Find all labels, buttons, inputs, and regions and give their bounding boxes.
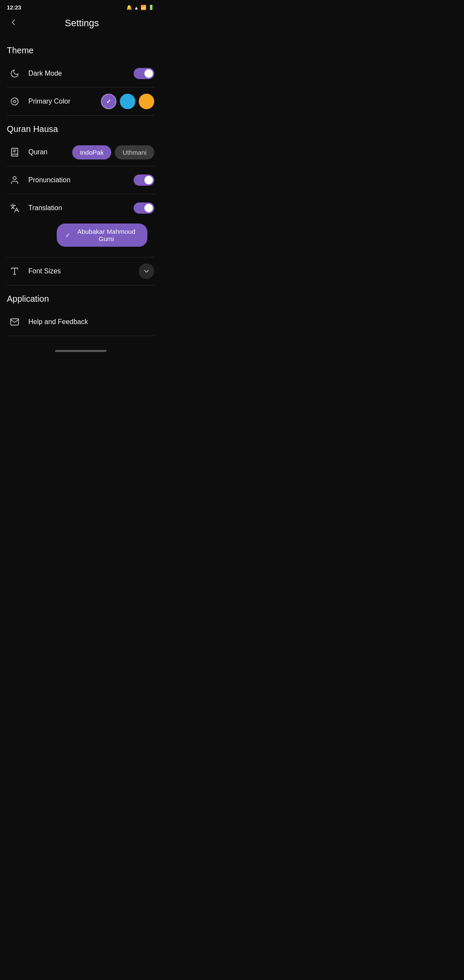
translation-label: Translation bbox=[28, 204, 134, 212]
header: Settings bbox=[0, 12, 161, 37]
wifi-icon: ▲ bbox=[134, 5, 139, 10]
pronunciation-toggle-container bbox=[134, 175, 154, 186]
translation-toggle-container bbox=[134, 202, 154, 214]
dark-mode-toggle[interactable] bbox=[134, 68, 154, 79]
svg-point-1 bbox=[13, 100, 16, 103]
translation-toggle[interactable] bbox=[134, 202, 154, 214]
home-indicator bbox=[0, 345, 161, 355]
help-feedback-label: Help and Feedback bbox=[28, 318, 154, 326]
translation-row[interactable]: Translation bbox=[0, 194, 161, 222]
primary-color-label: Primary Color bbox=[28, 98, 101, 105]
dark-mode-icon bbox=[7, 66, 22, 81]
status-icons: 🔔 ▲ 📶 🔋 bbox=[126, 5, 154, 10]
home-bar bbox=[55, 350, 107, 352]
quran-label: Quran bbox=[28, 148, 72, 156]
font-sizes-right bbox=[139, 263, 154, 279]
battery-icon: 🔋 bbox=[148, 5, 154, 10]
quran-icon bbox=[7, 144, 22, 160]
page-title: Settings bbox=[23, 18, 140, 29]
quran-btn-uthmani[interactable]: Uthmani bbox=[115, 145, 154, 159]
back-button[interactable] bbox=[7, 16, 20, 30]
primary-color-row[interactable]: Primary Color ✓ bbox=[0, 88, 161, 115]
quran-btn-indopak[interactable]: IndoPak bbox=[72, 145, 111, 159]
pronunciation-label: Pronunciation bbox=[28, 176, 134, 184]
dark-mode-label: Dark Mode bbox=[28, 70, 134, 77]
signal-icon: 📶 bbox=[140, 5, 147, 10]
color-circle-purple[interactable]: ✓ bbox=[101, 94, 116, 109]
font-size-dropdown-button[interactable] bbox=[139, 263, 154, 279]
primary-color-icon bbox=[7, 94, 22, 109]
translation-name: Abubakar Mahmoud Gumi bbox=[74, 228, 139, 242]
color-circle-blue[interactable] bbox=[120, 94, 135, 109]
main-content: Theme Dark Mode Primary Color ✓ bbox=[0, 37, 161, 345]
theme-section-label: Theme bbox=[0, 37, 161, 60]
quran-row[interactable]: Quran IndoPak Uthmani bbox=[0, 138, 161, 166]
font-sizes-row[interactable]: Font Sizes bbox=[0, 257, 161, 285]
pronunciation-icon bbox=[7, 172, 22, 188]
color-check-purple: ✓ bbox=[106, 98, 111, 105]
back-arrow-icon bbox=[9, 18, 18, 27]
quran-hausa-section-label: Quran Hausa bbox=[0, 116, 161, 138]
color-circles-container: ✓ bbox=[101, 94, 154, 109]
translation-check-icon: ✓ bbox=[65, 232, 70, 239]
quran-buttons-container: IndoPak Uthmani bbox=[72, 145, 154, 159]
svg-point-4 bbox=[13, 177, 16, 180]
help-feedback-row[interactable]: Help and Feedback bbox=[0, 308, 161, 336]
font-sizes-icon bbox=[7, 263, 22, 279]
translation-selector-button[interactable]: ✓ Abubakar Mahmoud Gumi bbox=[57, 224, 147, 247]
help-feedback-icon bbox=[7, 314, 22, 330]
chevron-down-icon bbox=[143, 267, 150, 275]
pronunciation-row[interactable]: Pronunciation bbox=[0, 166, 161, 194]
translation-icon bbox=[7, 200, 22, 216]
dark-mode-toggle-container bbox=[134, 68, 154, 79]
notification-icon: 🔔 bbox=[126, 5, 132, 10]
application-section-label: Application bbox=[0, 285, 161, 308]
status-time: 12:23 bbox=[7, 4, 21, 11]
dark-mode-row[interactable]: Dark Mode bbox=[0, 60, 161, 87]
pronunciation-toggle[interactable] bbox=[134, 175, 154, 186]
font-sizes-label: Font Sizes bbox=[28, 267, 139, 275]
translation-selection-container: ✓ Abubakar Mahmoud Gumi bbox=[0, 224, 161, 257]
color-circle-orange[interactable] bbox=[139, 94, 154, 109]
status-bar: 12:23 🔔 ▲ 📶 🔋 bbox=[0, 0, 161, 12]
divider-7 bbox=[7, 336, 154, 336]
